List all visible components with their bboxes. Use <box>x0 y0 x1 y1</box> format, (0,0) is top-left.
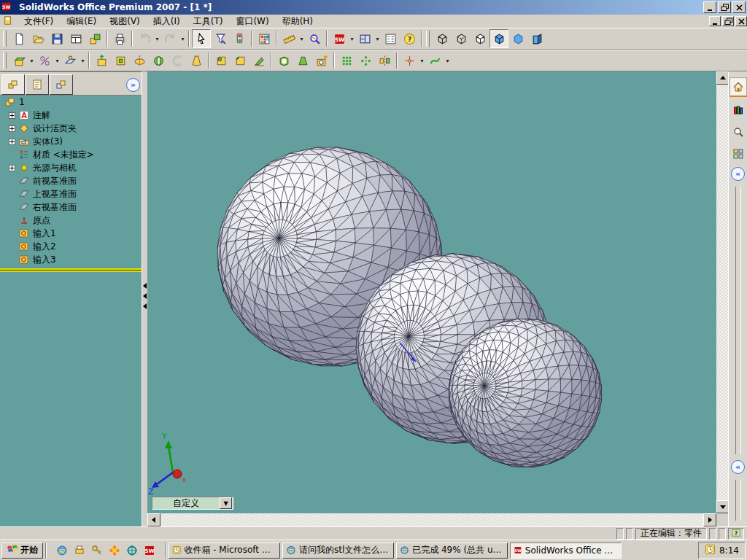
tree-item-前视基准面[interactable]: 前视基准面 <box>0 174 142 187</box>
menu-item[interactable]: 帮助(H) <box>276 15 320 28</box>
task-pane-grip[interactable] <box>735 480 741 521</box>
options-button[interactable] <box>381 29 400 48</box>
tree-item-右视基准面[interactable]: 右视基准面 <box>0 201 142 214</box>
horizontal-scrollbar[interactable] <box>147 513 716 526</box>
measure-dropdown-icon[interactable]: ▾ <box>298 36 305 42</box>
swept-boss-button[interactable] <box>149 51 168 70</box>
revolved-boss-button[interactable] <box>130 51 149 70</box>
quick-launch-printer[interactable] <box>72 543 87 558</box>
rebuild-stoplight-button[interactable] <box>230 29 249 48</box>
menu-item[interactable]: 文件(F) <box>18 15 60 28</box>
fillet-button[interactable] <box>212 51 231 70</box>
dome-button[interactable] <box>187 51 206 70</box>
menu-item[interactable]: 视图(V) <box>103 15 147 28</box>
restore-button[interactable] <box>718 1 731 13</box>
extrude-tools-button[interactable] <box>9 51 28 70</box>
graphics-viewport[interactable]: YZx 自定义 ▼ <box>147 71 716 513</box>
tree-item-设计活页夹[interactable]: +设计活页夹 <box>0 122 142 135</box>
task-pane-grip[interactable] <box>735 187 741 454</box>
linear-pattern-button[interactable] <box>337 51 356 70</box>
panel-tab-featuremanager[interactable] <box>1 74 25 95</box>
reference-geometry-dropdown-icon[interactable]: ▾ <box>80 58 86 64</box>
task-pane-tab-file-explorer[interactable] <box>730 123 746 141</box>
shaded-button[interactable] <box>508 29 527 48</box>
hidden-lines-removed-button[interactable] <box>471 29 489 48</box>
panel-tab-configurationmanager[interactable] <box>50 74 73 95</box>
expand-plus-icon[interactable]: + <box>9 139 15 145</box>
chamfer-button[interactable] <box>231 51 249 70</box>
solidworks-resources-dropdown-icon[interactable]: ▾ <box>349 36 355 42</box>
task-button[interactable]: 已完成 49% (总共 uvga... <box>396 542 508 559</box>
circular-pattern-button[interactable] <box>356 51 375 70</box>
expand-plus-icon[interactable]: + <box>9 125 15 132</box>
tree-item-输入1[interactable]: 输入1 <box>0 227 142 240</box>
save-button[interactable] <box>47 29 66 48</box>
measure-button[interactable] <box>279 29 298 48</box>
task-button[interactable]: 收件箱 - Microsoft Outlook <box>169 542 280 559</box>
section-view-button[interactable] <box>527 29 546 48</box>
curves-dropdown-icon[interactable]: ▾ <box>419 58 425 64</box>
close-button[interactable] <box>735 16 747 26</box>
collapse-task-pane-button[interactable]: « <box>731 460 745 474</box>
start-button[interactable]: 开始 <box>1 542 43 559</box>
task-button[interactable]: SWSolidWorks Office Premiu... <box>510 542 622 559</box>
expand-plus-icon[interactable]: + <box>9 112 15 119</box>
wireframe-button[interactable] <box>433 29 452 48</box>
rollback-bar[interactable] <box>0 268 142 272</box>
minimize-button[interactable] <box>703 1 716 13</box>
combo-dropdown-icon[interactable]: ▼ <box>220 497 232 509</box>
toolbar-grip[interactable] <box>3 31 7 47</box>
panel-tab-propertymanager[interactable] <box>26 74 49 95</box>
scroll-right-button[interactable] <box>703 513 716 526</box>
quick-launch-internet-explorer[interactable] <box>55 543 69 558</box>
color-swatches-button[interactable] <box>255 29 274 48</box>
quick-launch-target[interactable] <box>125 543 139 558</box>
tree-item-输入3[interactable]: 输入3 <box>0 253 142 266</box>
task-pane-tab-view-palette[interactable] <box>730 145 746 163</box>
open-button[interactable] <box>28 29 47 48</box>
reference-geometry-button[interactable] <box>61 51 80 70</box>
redo-dropdown-icon[interactable]: ▾ <box>179 36 186 42</box>
toolbar-grip[interactable] <box>426 31 430 47</box>
tree-item-1[interactable]: 1 <box>0 96 142 109</box>
print-button[interactable] <box>110 29 129 48</box>
minimize-button[interactable] <box>709 16 721 26</box>
expand-plus-icon[interactable]: + <box>9 165 15 171</box>
new-button[interactable] <box>9 29 28 48</box>
task-button[interactable]: 请问我的stl文件怎么转... <box>282 542 394 559</box>
viewport-layout-button[interactable] <box>355 29 374 48</box>
tree-item-上视基准面[interactable]: 上视基准面 <box>0 187 142 201</box>
quick-launch-image-viewer[interactable] <box>107 543 122 558</box>
undo-dropdown-icon[interactable]: ▾ <box>154 36 160 42</box>
status-help-cell[interactable]: ? <box>728 528 744 540</box>
hidden-lines-visible-button[interactable] <box>452 29 471 48</box>
shell-button[interactable] <box>274 51 293 70</box>
selection-filter-button[interactable] <box>211 29 230 48</box>
imported-body-3[interactable] <box>449 319 601 467</box>
extruded-boss-button[interactable] <box>92 51 111 70</box>
tree-item-注解[interactable]: +A注解 <box>0 109 142 122</box>
curves-button[interactable] <box>400 51 419 70</box>
scroll-left-button[interactable] <box>147 513 160 526</box>
draft-button[interactable] <box>293 51 312 70</box>
task-pane-tab-design-library[interactable] <box>730 101 746 119</box>
extrude-tools-dropdown-icon[interactable]: ▾ <box>28 58 35 64</box>
lofted-boss-button[interactable] <box>168 51 187 70</box>
make-drawing-button[interactable] <box>66 29 85 48</box>
mirror-button[interactable] <box>375 51 394 70</box>
help-button[interactable]: ? <box>400 29 419 48</box>
menu-item[interactable]: 工具(T) <box>187 15 230 28</box>
hole-wizard-button[interactable]: ✱ <box>312 51 331 70</box>
make-assembly-button[interactable] <box>85 29 104 48</box>
close-button[interactable] <box>732 1 746 13</box>
tree-item-输入2[interactable]: 输入2 <box>0 240 142 253</box>
tree-item-光源与相机[interactable]: +光源与相机 <box>0 161 142 174</box>
extruded-cut-button[interactable] <box>111 51 130 70</box>
solidworks-resources-button[interactable]: SW <box>330 29 349 48</box>
redo-button[interactable] <box>160 29 179 48</box>
vertical-scrollbar[interactable] <box>716 71 728 513</box>
sketch-tools-dropdown-icon[interactable]: ▾ <box>54 58 61 64</box>
task-pane-tab-solidworks-resources[interactable] <box>729 77 747 97</box>
tree-item-原点[interactable]: 原点 <box>0 214 142 227</box>
shaded-with-edges-button[interactable] <box>489 29 508 48</box>
